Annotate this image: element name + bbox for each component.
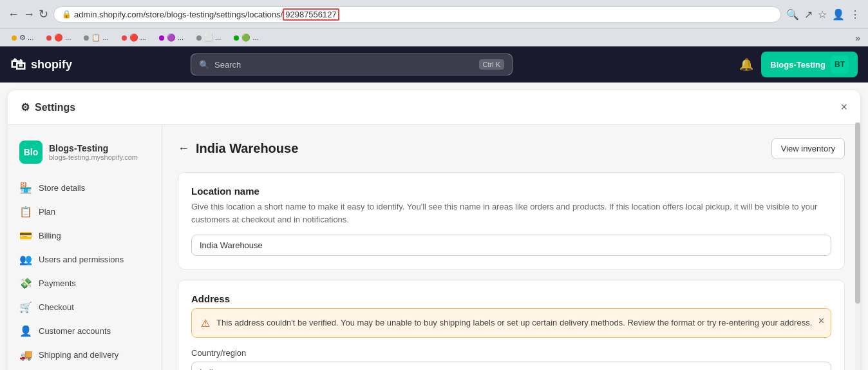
share-action[interactable]: ↗ (804, 8, 813, 21)
forward-button[interactable]: → (23, 8, 35, 21)
bookmark-dot (46, 35, 52, 41)
sidebar-item-label: Billing (39, 231, 61, 240)
nav-right: 🔔 Blogs-Testing BT (739, 52, 858, 77)
browser-nav[interactable]: ← → ↻ (8, 7, 48, 21)
store-badge[interactable]: Blogs-Testing BT (761, 52, 858, 77)
bookmark-dot (159, 35, 164, 41)
main-content: ← India Warehouse View inventory Locatio… (162, 125, 860, 370)
back-arrow-button[interactable]: ← (178, 142, 189, 155)
search-action[interactable]: 🔍 (786, 8, 799, 21)
page-header: ← India Warehouse View inventory (178, 138, 845, 159)
bookmarks-bar: ⚙ ... 🔴 ... 📋 ... 🔴 ... 🟣 ... ⬜ ... 🟢 ..… (0, 28, 868, 46)
warning-text: This address couldn't be verified. You m… (216, 316, 822, 329)
bookmark-item[interactable]: 🔴 ... (118, 32, 150, 43)
sidebar-item-label: Payments (39, 278, 76, 288)
sidebar-item-shipping[interactable]: 🚚 Shipping and delivery (13, 344, 156, 366)
settings-title: ⚙ Settings (21, 101, 75, 113)
store-name: Blogs-Testing (770, 60, 826, 70)
address-card: Address ⚠ This address couldn't be verif… (178, 280, 845, 370)
shipping-icon: 🚚 (19, 349, 32, 361)
url-highlight: 92987556127 (283, 8, 339, 21)
page-title: India Warehouse (196, 141, 298, 156)
bookmark-item[interactable]: ⚙ ... (8, 32, 37, 43)
location-name-description: Give this location a short name to make … (191, 200, 831, 226)
back-button[interactable]: ← (8, 8, 19, 21)
settings-close-button[interactable]: × (840, 101, 847, 114)
settings-sidebar: Blo Blogs-Testing blogs-testing.myshopif… (8, 125, 162, 370)
reload-button[interactable]: ↻ (39, 7, 48, 21)
shopify-icon: 🛍 (10, 55, 26, 73)
sidebar-item-label: Store details (39, 183, 85, 193)
bookmark-item[interactable]: 🟢 ... (230, 32, 262, 43)
bookmark-dot (84, 35, 89, 41)
address-bar[interactable]: 🔒 admin.shopify.com/store/blogs-testing/… (53, 6, 781, 23)
bookmark-dot (12, 35, 17, 41)
sidebar-item-customer-accounts[interactable]: 👤 Customer accounts (13, 320, 156, 342)
sidebar-item-label: Customer accounts (39, 326, 111, 336)
scrollbar-thumb[interactable] (855, 122, 860, 304)
sidebar-item-payments[interactable]: 💸 Payments (13, 272, 156, 295)
location-name-card: Location name Give this location a short… (178, 172, 845, 269)
shopify-logo-text: shopify (31, 58, 72, 72)
sidebar-nav: 🏪 Store details 📋 Plan 💳 Billing 👥 Users… (13, 177, 156, 370)
country-label: Country/region (191, 348, 831, 358)
bookmark-dot (234, 35, 239, 41)
sidebar-item-billing[interactable]: 💳 Billing (13, 224, 156, 247)
bookmark-item[interactable]: 📋 ... (80, 32, 112, 43)
sidebar-item-label: Shipping and delivery (39, 350, 118, 360)
payments-icon: 💸 (19, 277, 32, 289)
more-action[interactable]: ⋮ (850, 8, 860, 21)
sidebar-store-name: Blogs-Testing (49, 143, 138, 153)
view-inventory-button[interactable]: View inventory (771, 138, 845, 159)
sidebar-item-plan[interactable]: 📋 Plan (13, 200, 156, 223)
settings-header: ⚙ Settings × (8, 90, 860, 125)
sidebar-item-checkout[interactable]: 🛒 Checkout (13, 296, 156, 318)
browser-chrome: ← → ↻ 🔒 admin.shopify.com/store/blogs-te… (0, 0, 868, 28)
search-placeholder: Search (214, 60, 241, 70)
location-name-title: Location name (191, 186, 831, 197)
customer-accounts-icon: 👤 (19, 325, 32, 337)
sidebar-item-store-details[interactable]: 🏪 Store details (13, 177, 156, 199)
profile-action[interactable]: 👤 (832, 8, 845, 21)
warning-triangle-icon: ⚠ (201, 317, 210, 329)
browser-actions[interactable]: 🔍 ↗ ☆ 👤 ⋮ (786, 8, 860, 21)
lock-icon: 🔒 (62, 10, 71, 19)
plan-icon: 📋 (19, 206, 32, 218)
settings-label: Settings (35, 102, 75, 113)
search-bar[interactable]: 🔍 Search Ctrl K (191, 54, 513, 75)
settings-gear-icon: ⚙ (21, 101, 30, 113)
location-name-input[interactable] (191, 235, 831, 256)
url-text: admin.shopify.com/store/blogs-testing/se… (74, 10, 773, 19)
settings-body: Blo Blogs-Testing blogs-testing.myshopif… (8, 125, 860, 370)
search-shortcut: Ctrl K (479, 59, 505, 70)
sidebar-item-users[interactable]: 👥 Users and permissions (13, 248, 156, 271)
country-select[interactable]: India United States United Kingdom Canad… (191, 362, 831, 370)
sidebar-store-url: blogs-testing.myshopify.com (49, 153, 138, 161)
users-icon: 👥 (19, 253, 32, 266)
shopify-logo[interactable]: 🛍 shopify (10, 55, 72, 73)
bookmark-dot (122, 35, 127, 41)
shopify-top-nav: 🛍 shopify 🔍 Search Ctrl K 🔔 Blogs-Testin… (0, 46, 868, 83)
checkout-icon: 🛒 (19, 301, 32, 313)
bookmark-item[interactable]: 🔴 ... (42, 32, 75, 43)
scrollbar-track[interactable] (855, 122, 860, 370)
store-details-icon: 🏪 (19, 182, 32, 194)
sidebar-item-label: Users and permissions (39, 255, 124, 264)
sidebar-item-taxes[interactable]: 🏷 Taxes and duties (13, 367, 156, 370)
settings-panel: ⚙ Settings × Blo Blogs-Testing blogs-tes… (8, 90, 860, 370)
bookmark-dot (196, 35, 202, 41)
page-title-row: ← India Warehouse (178, 141, 298, 156)
sidebar-store-icon: Blo (19, 141, 42, 164)
address-warning: ⚠ This address couldn't be verified. You… (191, 308, 831, 338)
search-icon: 🔍 (199, 60, 209, 70)
bookmark-item[interactable]: ⬜ ... (193, 32, 225, 43)
sidebar-item-label: Plan (39, 207, 55, 217)
notification-bell[interactable]: 🔔 (739, 57, 753, 72)
more-bookmarks[interactable]: » (855, 33, 860, 43)
warning-close-button[interactable]: × (818, 315, 824, 327)
sidebar-store: Blo Blogs-Testing blogs-testing.myshopif… (13, 135, 156, 169)
bookmark-action[interactable]: ☆ (818, 8, 827, 21)
address-title: Address (191, 293, 831, 304)
bookmark-item[interactable]: 🟣 ... (155, 32, 187, 43)
sidebar-store-info: Blogs-Testing blogs-testing.myshopify.co… (49, 143, 138, 161)
